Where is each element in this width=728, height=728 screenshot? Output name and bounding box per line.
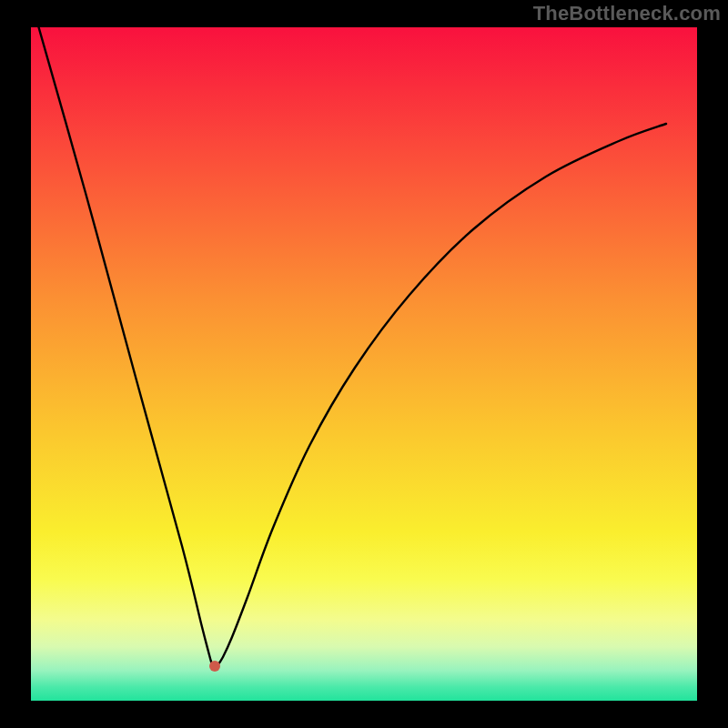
watermark-text: TheBottleneck.com [533, 2, 721, 25]
plot-area [31, 27, 697, 701]
minimum-dot [209, 661, 220, 672]
bottleneck-curve [31, 27, 697, 701]
chart-frame: TheBottleneck.com [0, 0, 728, 728]
